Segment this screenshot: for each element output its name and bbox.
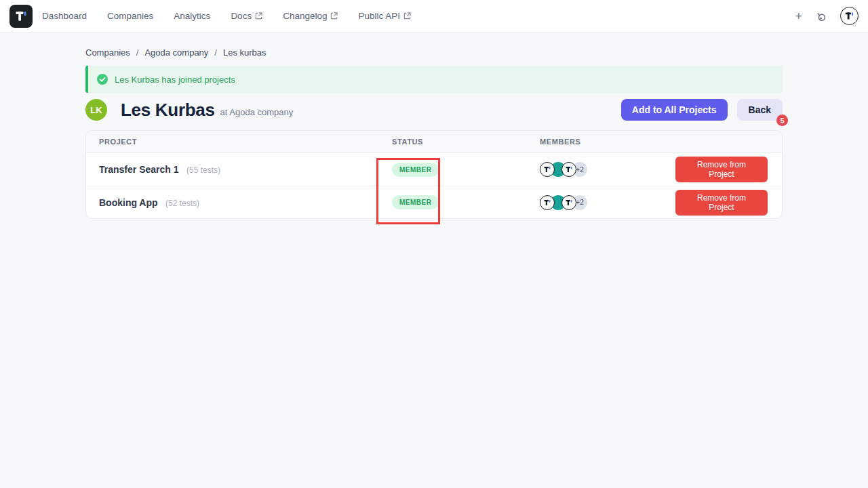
project-tests-count: (52 tests) — [165, 199, 199, 208]
nav-label: Changelog — [283, 11, 327, 21]
t-logo-icon — [14, 9, 28, 23]
actions-cell: Remove from Project — [675, 157, 782, 182]
t-logo-icon — [543, 165, 551, 174]
banner-message: Les Kurbas has joined projects — [115, 75, 235, 85]
projects-table: PROJECT STATUS MEMBERS Transfer Search 1… — [85, 130, 783, 219]
project-cell: Transfer Search 1 (55 tests) — [86, 163, 392, 176]
nav-item-analytics[interactable]: Analytics — [174, 11, 210, 21]
app-logo[interactable] — [9, 5, 33, 28]
nav-label: Analytics — [174, 11, 210, 21]
member-avatar-logo[interactable] — [540, 162, 555, 177]
nav-item-docs[interactable]: Docs — [231, 11, 262, 21]
nav-label: Public API — [358, 11, 400, 21]
t-logo-icon — [565, 165, 573, 174]
nav-item-companies[interactable]: Companies — [107, 11, 153, 21]
t-logo-icon — [844, 11, 854, 21]
status-cell: MEMBER — [392, 163, 540, 177]
breadcrumb-agoda-company[interactable]: Agoda company — [144, 47, 208, 58]
success-banner: Les Kurbas has joined projects — [85, 66, 783, 93]
status-cell: MEMBER — [392, 195, 540, 209]
breadcrumb-companies[interactable]: Companies — [85, 47, 130, 58]
back-button-wrapper: Back 5 — [737, 99, 783, 121]
member-avatar-logo[interactable] — [540, 195, 555, 210]
remove-from-project-button[interactable]: Remove from Project — [675, 157, 768, 182]
page-title: Les Kurbas — [121, 100, 215, 121]
top-navigation: Dashboard Companies Analytics Docs Chang… — [0, 0, 868, 33]
nav-item-dashboard[interactable]: Dashboard — [42, 11, 87, 21]
t-logo-icon — [543, 199, 551, 207]
table-row: Booking App (52 tests) MEMBER +2 Remove … — [86, 186, 782, 218]
member-avatar-logo[interactable] — [561, 162, 576, 177]
project-cell: Booking App (52 tests) — [86, 197, 392, 209]
members-cell: +2 — [540, 195, 675, 210]
external-link-icon — [403, 12, 411, 20]
user-avatar[interactable] — [840, 7, 859, 25]
members-cell: +2 — [540, 162, 675, 177]
project-tests-count: (55 tests) — [186, 165, 220, 175]
notification-badge: 5 — [776, 115, 788, 126]
status-badge: MEMBER — [392, 195, 439, 209]
actions-cell: Remove from Project — [675, 190, 782, 216]
breadcrumb-current-page: Les kurbas — [223, 47, 267, 58]
column-header-members: MEMBERS — [540, 138, 675, 146]
nav-label: Dashboard — [42, 11, 87, 21]
project-name: Booking App — [99, 197, 158, 208]
breadcrumb-separator: / — [214, 47, 217, 58]
project-name: Transfer Search 1 — [99, 164, 179, 175]
profile-avatar: LK — [85, 99, 107, 121]
page-subtitle: at Agoda company — [220, 107, 294, 121]
add-icon[interactable]: + — [795, 10, 802, 22]
table-header-row: PROJECT STATUS MEMBERS — [86, 131, 782, 153]
column-header-project: PROJECT — [86, 138, 392, 146]
header-actions: Add to All Projects Back 5 — [621, 99, 783, 121]
nav-right-controls: + — [795, 7, 859, 25]
column-header-status: STATUS — [392, 138, 540, 146]
nav-item-public-api[interactable]: Public API — [358, 11, 411, 21]
t-logo-icon — [565, 199, 573, 207]
nav-label: Docs — [231, 11, 252, 21]
success-check-icon — [97, 74, 108, 85]
status-badge: MEMBER — [392, 163, 439, 177]
member-avatar-logo[interactable] — [561, 195, 576, 210]
nav-item-changelog[interactable]: Changelog — [283, 11, 338, 21]
back-button[interactable]: Back — [737, 99, 783, 121]
nav-label: Companies — [107, 11, 153, 21]
external-link-icon — [255, 12, 262, 20]
breadcrumb: Companies / Agoda company / Les kurbas — [85, 47, 783, 58]
search-icon[interactable] — [815, 10, 827, 22]
add-to-all-projects-button[interactable]: Add to All Projects — [621, 99, 728, 121]
table-row: Transfer Search 1 (55 tests) MEMBER +2 R… — [86, 153, 782, 186]
external-link-icon — [330, 12, 338, 20]
remove-from-project-button[interactable]: Remove from Project — [675, 190, 768, 216]
page-content: Companies / Agoda company / Les kurbas L… — [85, 33, 783, 219]
breadcrumb-separator: / — [136, 47, 139, 58]
profile-header: LK Les Kurbas at Agoda company Add to Al… — [85, 99, 783, 121]
main-nav: Dashboard Companies Analytics Docs Chang… — [42, 11, 411, 21]
